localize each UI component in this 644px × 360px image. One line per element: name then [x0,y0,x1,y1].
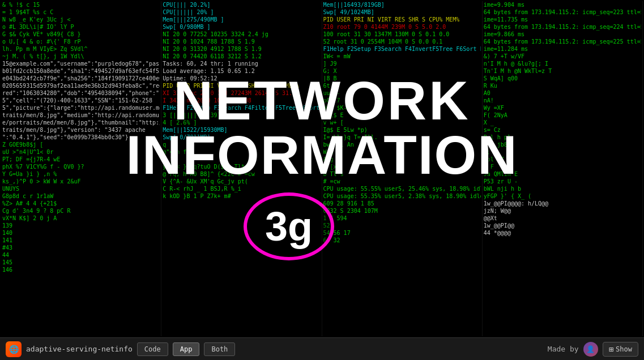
terminal-col-2: CPU[||| 20.2%] CPU[||||| 20% ] Mem[|||27… [161,1,322,336]
terminal-col-3: Mem[||16493/819GB] Swp[ 49/1024MB] PID U… [322,1,483,336]
app-icon-glyph: 🌐 [9,345,19,354]
show-icon: ⊞ [609,345,613,354]
bottom-right: Made by 👤 ⊞ Show [548,342,638,357]
made-by-label: Made by [548,345,579,353]
app-name: adaptive-serving-netinfo [26,345,133,353]
terminal-col-1: & % !$ c 15 = 1 9$4T %s c C N w8 _e K'ey… [1,1,161,336]
network-type-badge: 3g [244,192,334,260]
avatar-icon: 👤 [586,345,595,353]
avatar: 👤 [583,342,598,357]
network-type-text: 3g [265,203,313,250]
show-label: Show [616,345,632,353]
bottom-left: 🌐 adaptive-serving-netinfo Code App Both [6,341,235,357]
tab-app[interactable]: App [173,342,200,356]
tab-both[interactable]: Both [204,342,235,356]
bottom-bar: 🌐 adaptive-serving-netinfo Code App Both… [0,337,644,360]
show-button[interactable]: ⊞ Show [603,342,638,357]
terminal-background: & % !$ c 15 = 1 9$4T %s c C N w8 _e K'ey… [0,0,644,337]
terminal-col-4: ime=9.904 ms 64 bytes from 173.194.115.2… [483,1,643,336]
tab-code[interactable]: Code [137,342,168,356]
app-icon: 🌐 [6,341,22,357]
